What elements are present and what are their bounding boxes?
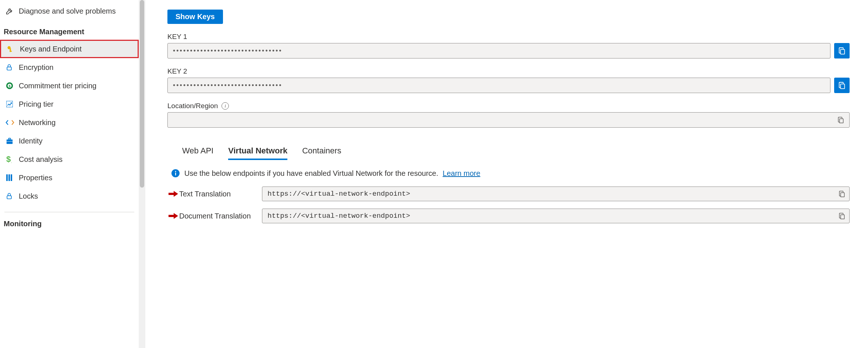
- endpoint-document-translation[interactable]: https://<virtual-network-endpoint>: [262, 209, 850, 223]
- svg-rect-17: [840, 49, 844, 54]
- sidebar-item-commitment-tier[interactable]: $ Commitment tier pricing: [0, 77, 139, 95]
- sidebar-item-label: Pricing tier: [19, 100, 53, 109]
- svg-rect-9: [8, 138, 10, 140]
- sidebar-item-diagnose[interactable]: Diagnose and solve problems: [0, 2, 139, 20]
- location-label: Location/Region i: [167, 102, 850, 110]
- copy-key1-button[interactable]: [834, 43, 850, 58]
- sidebar-item-identity[interactable]: Identity: [0, 132, 139, 150]
- svg-rect-15: [11, 174, 12, 181]
- tab-virtual-network[interactable]: Virtual Network: [228, 146, 287, 160]
- tab-containers[interactable]: Containers: [302, 146, 341, 160]
- sidebar-item-label: Keys and Endpoint: [20, 45, 82, 53]
- sidebar-item-locks[interactable]: Locks: [0, 187, 139, 205]
- sidebar-item-label: Locks: [19, 192, 38, 200]
- svg-rect-21: [175, 173, 176, 175]
- sidebar-item-label: Diagnose and solve problems: [19, 7, 116, 15]
- arrow-icon: [167, 191, 179, 197]
- endpoint-text-translation[interactable]: https://<virtual-network-endpoint>: [262, 187, 850, 201]
- briefcase-icon: [6, 137, 19, 145]
- wrench-icon: [6, 7, 19, 15]
- copy-endpoint-button[interactable]: [838, 212, 846, 220]
- sidebar-item-pricing-tier[interactable]: Pricing tier: [0, 95, 139, 113]
- bars-icon: [6, 174, 19, 182]
- svg-rect-7: [7, 101, 13, 107]
- copy-icon: [838, 47, 846, 55]
- endpoint-row: Text Translation https://<virtual-networ…: [167, 187, 850, 201]
- svg-rect-3: [7, 67, 11, 70]
- sidebar-scrollbar[interactable]: [139, 0, 145, 348]
- sidebar: Diagnose and solve problems Resource Man…: [0, 0, 139, 348]
- location-field[interactable]: [167, 112, 850, 128]
- info-icon: [171, 169, 180, 178]
- svg-rect-8: [7, 139, 13, 144]
- endpoint-tabs: Web API Virtual Network Containers: [167, 146, 850, 160]
- chart-up-icon: [6, 100, 19, 108]
- lock-icon: [6, 192, 19, 200]
- key2-input[interactable]: [167, 78, 830, 93]
- copy-icon: [838, 81, 846, 89]
- key-icon: [7, 45, 20, 53]
- copy-endpoint-button[interactable]: [838, 190, 846, 198]
- sidebar-item-label: Encryption: [19, 63, 54, 72]
- svg-rect-10: [7, 141, 13, 142]
- endpoint-label: Text Translation: [179, 190, 262, 198]
- svg-point-22: [175, 171, 176, 172]
- copy-icon: [838, 190, 846, 198]
- angle-code-icon: [6, 119, 19, 126]
- endpoint-label: Document Translation: [179, 212, 262, 220]
- sidebar-item-label: Commitment tier pricing: [19, 82, 96, 90]
- main-content: Show Keys KEY 1 KEY 2 Location/Regio: [145, 0, 868, 348]
- svg-rect-14: [8, 174, 10, 181]
- svg-rect-24: [841, 215, 844, 219]
- svg-text:$: $: [6, 155, 11, 164]
- tab-web-api[interactable]: Web API: [182, 146, 213, 160]
- dollar-icon: $ .: [6, 155, 19, 164]
- section-header-resource-management: Resource Management: [0, 20, 139, 40]
- copy-location-button[interactable]: [836, 115, 846, 125]
- section-header-monitoring: Monitoring: [0, 212, 139, 232]
- svg-text:$: $: [8, 84, 10, 88]
- sidebar-item-cost-analysis[interactable]: $ . Cost analysis: [0, 150, 139, 168]
- endpoint-row: Document Translation https://<virtual-ne…: [167, 209, 850, 223]
- svg-rect-23: [841, 193, 844, 197]
- arrow-icon: [167, 213, 179, 219]
- sidebar-item-label: Networking: [19, 118, 56, 127]
- key1-label: KEY 1: [167, 33, 850, 41]
- key2-label: KEY 2: [167, 67, 850, 75]
- copy-icon: [837, 116, 844, 124]
- show-keys-button[interactable]: Show Keys: [167, 10, 223, 24]
- info-icon[interactable]: i: [222, 102, 229, 110]
- sidebar-item-keys-endpoint[interactable]: Keys and Endpoint: [0, 40, 139, 58]
- sidebar-item-networking[interactable]: Networking: [0, 113, 139, 132]
- svg-rect-19: [840, 119, 843, 123]
- dollar-circle-icon: $: [6, 82, 19, 90]
- svg-rect-2: [10, 51, 12, 52]
- svg-rect-18: [840, 84, 844, 89]
- key1-input[interactable]: [167, 43, 830, 58]
- sidebar-item-label: Cost analysis: [19, 155, 63, 164]
- virtual-network-info: Use the below endpoints if you have enab…: [167, 160, 850, 187]
- sidebar-item-properties[interactable]: Properties: [0, 168, 139, 187]
- scrollbar-thumb[interactable]: [140, 0, 144, 188]
- lock-icon: [6, 63, 19, 71]
- svg-rect-13: [6, 174, 8, 181]
- svg-text:.: .: [11, 160, 12, 164]
- sidebar-item-encryption[interactable]: Encryption: [0, 58, 139, 77]
- sidebar-item-label: Identity: [19, 137, 42, 145]
- learn-more-link[interactable]: Learn more: [443, 169, 480, 178]
- sidebar-item-label: Properties: [19, 174, 52, 182]
- copy-icon: [838, 212, 846, 220]
- copy-key2-button[interactable]: [834, 78, 850, 93]
- svg-rect-16: [7, 196, 11, 199]
